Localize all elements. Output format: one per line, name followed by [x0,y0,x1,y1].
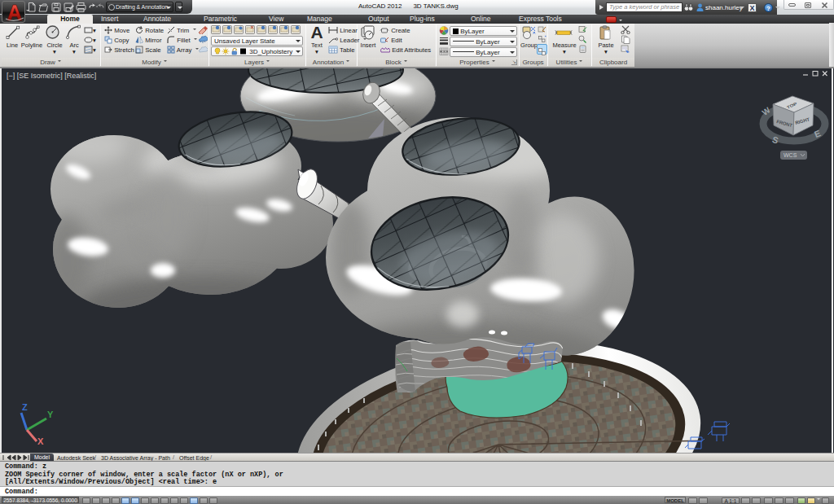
svg-text:WCS: WCS [784,152,797,158]
svg-text:Z: Z [22,402,28,412]
svg-text:Y: Y [47,410,54,419]
svg-text:[−] [SE Isometric] [Realistic]: [−] [SE Isometric] [Realistic] [7,72,96,80]
svg-text:X: X [37,436,44,446]
